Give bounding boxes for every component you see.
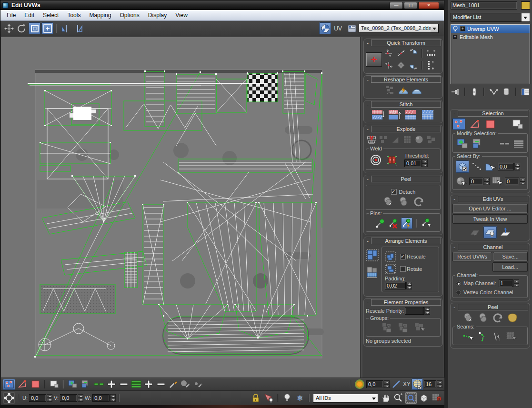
vertex-mode-button[interactable] — [3, 379, 15, 390]
collapse-icon[interactable]: - — [452, 196, 457, 202]
chevron-down-icon[interactable] — [371, 394, 378, 402]
show-hidden-button[interactable] — [281, 392, 293, 404]
group-lock-button[interactable] — [381, 322, 393, 334]
rollout-title[interactable]: Stitch — [371, 101, 441, 108]
spinner-up[interactable] — [422, 159, 428, 163]
edge-ring-button[interactable] — [130, 378, 142, 390]
spinner-down[interactable] — [78, 398, 83, 402]
title-bar[interactable]: Edit UVWs — [0, 0, 444, 10]
spinner-up[interactable] — [47, 394, 52, 398]
close-button[interactable] — [418, 2, 439, 9]
rotate-ccw-button[interactable] — [408, 48, 419, 59]
group-unlock-button[interactable] — [398, 322, 409, 334]
vertex-mode-button[interactable] — [452, 118, 465, 130]
collapse-icon[interactable]: - — [452, 244, 457, 250]
mirror-horizontal-button[interactable] — [60, 22, 71, 34]
expand-icon[interactable]: + — [452, 34, 458, 40]
quick-peel-button[interactable] — [462, 312, 474, 323]
maximize-button[interactable] — [404, 2, 417, 9]
rollout-title[interactable]: Element Properties — [371, 299, 441, 306]
rollout-title[interactable]: Reshape Elements — [371, 76, 441, 83]
load-button[interactable]: Load... — [492, 262, 528, 272]
weld-threshold-value[interactable]: 0,01 — [404, 159, 422, 167]
pelt-map-button[interactable] — [507, 312, 518, 323]
point-to-point-seam-button[interactable] — [477, 331, 489, 342]
paint-select-button[interactable] — [168, 378, 179, 390]
angle-value[interactable]: 0,0 — [498, 163, 514, 170]
v-spinner[interactable]: 0,0 — [60, 394, 83, 402]
pack-selected-button[interactable] — [385, 251, 396, 262]
peel-mode-button[interactable] — [477, 312, 489, 323]
select-by-edge-dots-button[interactable] — [471, 161, 482, 172]
weld-selected-button[interactable] — [385, 153, 399, 167]
spinner-down[interactable] — [520, 181, 525, 185]
peel-mode-button[interactable] — [398, 196, 409, 207]
save-button[interactable]: Save... — [493, 252, 528, 261]
edit-seams-button[interactable] — [463, 331, 474, 342]
zoom-region-button[interactable] — [405, 392, 417, 404]
soft-selection-button[interactable] — [354, 378, 365, 390]
snap-toggle-button[interactable] — [431, 392, 442, 404]
quick-peel-button[interactable] — [382, 196, 394, 207]
uv-viewport[interactable] — [1, 37, 360, 378]
rollout-title[interactable]: Peel — [371, 176, 441, 182]
explode-elements-button[interactable] — [425, 134, 437, 145]
rollout-title[interactable]: Selection — [458, 110, 528, 117]
select-by-material-id-button[interactable] — [492, 176, 503, 187]
auto-pin-button[interactable] — [401, 218, 412, 229]
rotate-button[interactable] — [16, 22, 28, 34]
spinner-down[interactable] — [406, 286, 412, 289]
spinner-up[interactable] — [484, 178, 490, 181]
stitch-to-target-button[interactable] — [388, 109, 402, 120]
quick-planar-map-mode-button[interactable] — [483, 226, 497, 239]
spinner-up[interactable] — [437, 380, 442, 384]
align-pivot-button[interactable]: ✛ — [366, 52, 382, 67]
pack-normalize-button[interactable] — [366, 249, 379, 262]
collapse-icon[interactable]: - — [452, 110, 457, 117]
collapse-icon[interactable]: - — [365, 126, 370, 132]
tweak-in-view-button[interactable]: Tweak In View — [452, 214, 528, 224]
select-by-smoothing-group-button[interactable] — [456, 176, 467, 187]
modifier-stack[interactable]: + Unwrap UVW + Editable Mesh — [451, 24, 530, 84]
map-channel-value[interactable]: 1 — [499, 279, 513, 287]
move-button[interactable] — [3, 22, 15, 34]
vertex-color-channel-radio[interactable] — [456, 290, 461, 295]
material-id-value[interactable]: 0 — [505, 178, 519, 185]
weld-threshold-spinner[interactable]: 0,01 — [404, 159, 428, 167]
target-weld-button[interactable] — [369, 153, 382, 167]
select-by-angle-button[interactable] — [484, 161, 496, 172]
chevron-down-icon[interactable] — [431, 24, 438, 32]
rotate-checkbox[interactable] — [400, 266, 406, 272]
mirror-vertical-button[interactable] — [72, 22, 84, 34]
spinner-down[interactable] — [110, 398, 116, 402]
linear-align-button[interactable] — [395, 48, 407, 59]
v-value[interactable]: 0,0 — [60, 394, 77, 402]
collapse-icon[interactable]: - — [365, 299, 370, 306]
rollout-title[interactable]: Peel — [458, 304, 528, 310]
menu-select[interactable]: Select — [39, 10, 63, 20]
spinner-down[interactable] — [422, 163, 428, 167]
spinner-up[interactable] — [520, 178, 525, 181]
show-map-button[interactable] — [319, 22, 331, 34]
edge-ring-button[interactable] — [513, 138, 524, 149]
rollout-title[interactable]: Explode — [371, 126, 441, 132]
grow-selection-button[interactable] — [67, 379, 79, 390]
chevron-down-icon[interactable] — [522, 13, 530, 21]
brush-size-spinner[interactable]: 16 — [424, 380, 442, 388]
material-id-spinner[interactable]: 0 — [505, 178, 525, 185]
brush-size-value[interactable]: 16 — [424, 380, 436, 388]
reset-uvws-button[interactable]: Reset UVWs — [452, 252, 492, 261]
rescale-priority-value[interactable] — [405, 307, 424, 315]
ring-shrink-button[interactable] — [155, 378, 167, 390]
spinner-down[interactable] — [384, 384, 390, 388]
spinner-up[interactable] — [514, 163, 520, 167]
menu-file[interactable]: File — [2, 10, 20, 20]
angle-spinner[interactable]: 0,0 — [498, 163, 520, 170]
spinner-up[interactable] — [78, 394, 83, 398]
falloff-type-button[interactable] — [391, 378, 402, 390]
rearrange-rotate-button[interactable] — [385, 263, 396, 275]
collapse-icon[interactable]: - — [365, 238, 370, 244]
stitch-custom-button[interactable] — [371, 109, 385, 120]
spinner-up[interactable] — [384, 380, 390, 384]
remove-modifier-button[interactable] — [502, 87, 511, 97]
